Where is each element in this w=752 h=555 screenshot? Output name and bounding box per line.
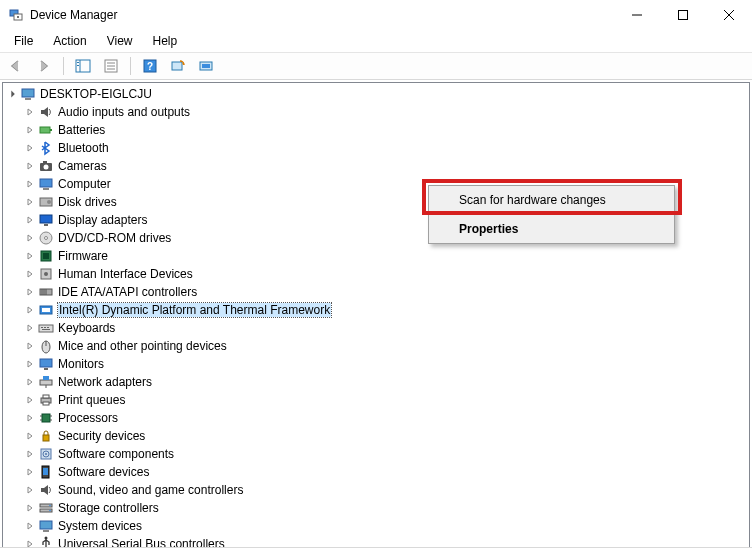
chevron-right-icon[interactable]: [23, 447, 37, 461]
help-button[interactable]: ?: [138, 55, 162, 77]
chevron-right-icon[interactable]: [23, 285, 37, 299]
tree-node-label: Display adapters: [58, 213, 147, 227]
svg-rect-24: [50, 129, 52, 131]
display-icon: [38, 212, 54, 228]
tree-node[interactable]: Keyboards: [5, 319, 749, 337]
svg-rect-66: [43, 435, 49, 441]
chevron-right-icon[interactable]: [23, 159, 37, 173]
computer-root-icon: [20, 86, 36, 102]
context-properties[interactable]: Properties: [429, 215, 674, 243]
svg-rect-54: [44, 368, 48, 370]
tree-node[interactable]: System devices: [5, 517, 749, 535]
svg-rect-21: [22, 89, 34, 97]
tree-node[interactable]: Software devices: [5, 463, 749, 481]
tree-node-label: Keyboards: [58, 321, 115, 335]
chevron-right-icon[interactable]: [23, 321, 37, 335]
tree-node[interactable]: Human Interface Devices: [5, 265, 749, 283]
tree-node[interactable]: Mice and other pointing devices: [5, 337, 749, 355]
maximize-button[interactable]: [660, 0, 706, 30]
chevron-right-icon[interactable]: [23, 429, 37, 443]
chevron-right-icon[interactable]: [23, 231, 37, 245]
chevron-down-icon[interactable]: [5, 87, 19, 101]
tree-node[interactable]: Intel(R) Dynamic Platform and Thermal Fr…: [5, 301, 749, 319]
chevron-right-icon[interactable]: [23, 465, 37, 479]
chevron-right-icon[interactable]: [23, 375, 37, 389]
tree-node[interactable]: Monitors: [5, 355, 749, 373]
menu-view[interactable]: View: [97, 32, 143, 50]
chevron-right-icon[interactable]: [23, 195, 37, 209]
tree-node[interactable]: Storage controllers: [5, 499, 749, 517]
menu-help[interactable]: Help: [143, 32, 188, 50]
chevron-right-icon[interactable]: [23, 393, 37, 407]
svg-rect-76: [40, 521, 52, 529]
update-driver-button[interactable]: [194, 55, 218, 77]
tree-node[interactable]: Sound, video and game controllers: [5, 481, 749, 499]
scan-hardware-button[interactable]: [166, 55, 190, 77]
disk-icon: [38, 194, 54, 210]
audio-icon: [38, 104, 54, 120]
context-scan-hardware[interactable]: Scan for hardware changes: [429, 186, 674, 215]
chevron-right-icon[interactable]: [23, 303, 37, 317]
firmware-icon: [38, 248, 54, 264]
svg-rect-45: [42, 308, 50, 312]
tree-node-label: IDE ATA/ATAPI controllers: [58, 285, 197, 299]
svg-rect-23: [40, 127, 50, 133]
chevron-right-icon[interactable]: [23, 249, 37, 263]
window-controls: [614, 0, 752, 30]
tree-node-label: Firmware: [58, 249, 108, 263]
chevron-right-icon[interactable]: [23, 123, 37, 137]
tree-node[interactable]: Bluetooth: [5, 139, 749, 157]
chevron-right-icon[interactable]: [23, 339, 37, 353]
tree-node-label: Batteries: [58, 123, 105, 137]
minimize-button[interactable]: [614, 0, 660, 30]
properties-button[interactable]: [99, 55, 123, 77]
intel-thermal-icon: [38, 302, 54, 318]
svg-point-35: [45, 237, 48, 240]
chevron-right-icon[interactable]: [23, 267, 37, 281]
software-device-icon: [38, 464, 54, 480]
tree-node[interactable]: Firmware: [5, 247, 749, 265]
tree-node[interactable]: Batteries: [5, 121, 749, 139]
device-tree-pane[interactable]: DESKTOP-EIGLCJUAudio inputs and outputsB…: [2, 82, 750, 552]
sound-icon: [38, 482, 54, 498]
svg-rect-77: [43, 530, 49, 532]
tree-node[interactable]: Software components: [5, 445, 749, 463]
tree-root-node[interactable]: DESKTOP-EIGLCJU: [5, 85, 749, 103]
chevron-right-icon[interactable]: [23, 411, 37, 425]
close-button[interactable]: [706, 0, 752, 30]
chevron-right-icon[interactable]: [23, 483, 37, 497]
tree-node-label: System devices: [58, 519, 142, 533]
tree-node[interactable]: Cameras: [5, 157, 749, 175]
tree-node[interactable]: Audio inputs and outputs: [5, 103, 749, 121]
tree-node[interactable]: Processors: [5, 409, 749, 427]
tree-node[interactable]: Security devices: [5, 427, 749, 445]
chevron-right-icon[interactable]: [23, 105, 37, 119]
chevron-right-icon[interactable]: [23, 213, 37, 227]
tree-node-label: Bluetooth: [58, 141, 109, 155]
chevron-right-icon[interactable]: [23, 141, 37, 155]
chevron-right-icon[interactable]: [23, 357, 37, 371]
svg-point-69: [45, 453, 47, 455]
tree-node[interactable]: IDE ATA/ATAPI controllers: [5, 283, 749, 301]
ide-icon: [38, 284, 54, 300]
tree-node[interactable]: Network adapters: [5, 373, 749, 391]
chevron-right-icon[interactable]: [23, 177, 37, 191]
tree-node-label: Storage controllers: [58, 501, 159, 515]
keyboard-icon: [38, 320, 54, 336]
tree-node-label: Sound, video and game controllers: [58, 483, 243, 497]
tree-node-label: Cameras: [58, 159, 107, 173]
forward-button[interactable]: [32, 55, 56, 77]
chevron-right-icon[interactable]: [23, 501, 37, 515]
network-icon: [38, 374, 54, 390]
tree-node[interactable]: Print queues: [5, 391, 749, 409]
back-button[interactable]: [4, 55, 28, 77]
svg-rect-53: [40, 359, 52, 367]
menu-action[interactable]: Action: [43, 32, 96, 50]
chevron-right-icon[interactable]: [23, 519, 37, 533]
menu-file[interactable]: File: [4, 32, 43, 50]
app-icon: [8, 7, 24, 23]
tree-node-label: Processors: [58, 411, 118, 425]
show-hide-tree-button[interactable]: [71, 55, 95, 77]
svg-point-26: [44, 165, 49, 170]
svg-rect-56: [43, 376, 49, 380]
